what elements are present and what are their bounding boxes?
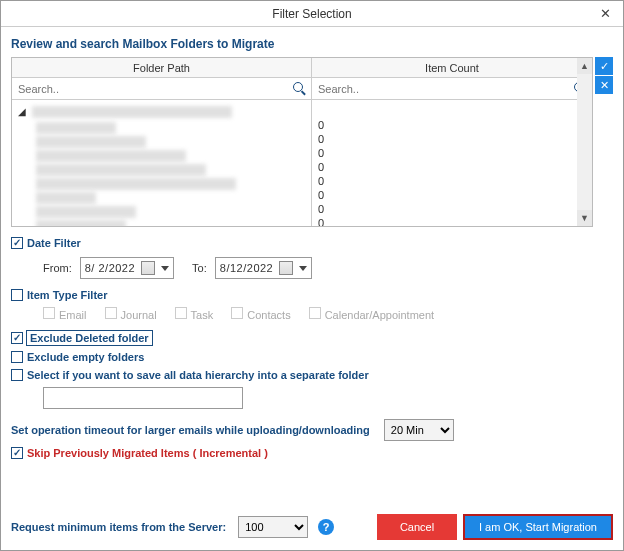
search-folder-cell: [12, 78, 312, 99]
contacts-label: Contacts: [247, 309, 290, 321]
search-folder-input[interactable]: [16, 82, 293, 96]
item-type-filter-checkbox[interactable]: [11, 289, 23, 301]
folder-grid: Folder Path Item Count ◢: [11, 57, 593, 227]
search-count-input[interactable]: [316, 82, 574, 96]
calendar-icon[interactable]: [279, 261, 293, 275]
separate-folder-label: Select if you want to save all data hier…: [27, 369, 369, 381]
count-value: 0: [318, 118, 586, 132]
chevron-down-icon[interactable]: [161, 266, 169, 271]
search-count-cell: [312, 78, 592, 99]
calendar-icon[interactable]: [141, 261, 155, 275]
header-item-count[interactable]: Item Count: [312, 58, 592, 77]
exclude-empty-label: Exclude empty folders: [27, 351, 144, 363]
scroll-up-icon[interactable]: ▲: [577, 58, 592, 74]
header-folder-path[interactable]: Folder Path: [12, 58, 312, 77]
count-value: 0: [318, 146, 586, 160]
help-icon[interactable]: ?: [318, 519, 334, 535]
to-date-field[interactable]: 8/12/2022: [215, 257, 312, 279]
date-filter-label: Date Filter: [27, 237, 81, 249]
from-label: From:: [43, 262, 72, 274]
timeout-label: Set operation timeout for larger emails …: [11, 424, 370, 436]
count-value: 0: [318, 188, 586, 202]
separate-folder-checkbox[interactable]: [11, 369, 23, 381]
contacts-checkbox: [231, 307, 243, 319]
separate-folder-input[interactable]: [43, 387, 243, 409]
task-label: Task: [191, 309, 214, 321]
count-value: 0: [318, 132, 586, 146]
journal-label: Journal: [121, 309, 157, 321]
cancel-button[interactable]: Cancel: [377, 514, 457, 540]
tree-collapse-icon[interactable]: ◢: [18, 106, 26, 117]
titlebar: Filter Selection ✕: [1, 1, 623, 27]
select-all-button[interactable]: ✓: [595, 57, 613, 75]
count-value: 0: [318, 160, 586, 174]
exclude-deleted-checkbox[interactable]: [11, 332, 23, 344]
count-value: 0: [318, 174, 586, 188]
email-checkbox: [43, 307, 55, 319]
window-title: Filter Selection: [272, 7, 351, 21]
skip-previous-checkbox[interactable]: [11, 447, 23, 459]
grid-scrollbar[interactable]: ▲ ▼: [577, 57, 593, 227]
exclude-empty-checkbox[interactable]: [11, 351, 23, 363]
count-value: 0: [318, 202, 586, 216]
date-filter-checkbox[interactable]: [11, 237, 23, 249]
journal-checkbox: [105, 307, 117, 319]
filter-selection-dialog: Filter Selection ✕ Review and search Mai…: [0, 0, 624, 551]
request-min-label: Request minimum items from the Server:: [11, 521, 226, 533]
from-date-value: 8/ 2/2022: [85, 262, 135, 274]
timeout-select[interactable]: 20 Min: [384, 419, 454, 441]
calendar-label: Calendar/Appointment: [325, 309, 434, 321]
scroll-down-icon[interactable]: ▼: [577, 210, 592, 226]
skip-previous-label: Skip Previously Migrated Items ( Increme…: [27, 447, 268, 459]
page-subtitle: Review and search Mailbox Folders to Mig…: [11, 37, 613, 51]
chevron-down-icon[interactable]: [299, 266, 307, 271]
folder-tree[interactable]: ◢: [12, 100, 312, 226]
email-label: Email: [59, 309, 87, 321]
item-count-column: 0 0 0 0 0 0 0 0 11: [312, 100, 592, 226]
search-icon[interactable]: [293, 82, 307, 96]
start-migration-button[interactable]: I am OK, Start Migration: [463, 514, 613, 540]
deselect-all-button[interactable]: ✕: [595, 76, 613, 94]
close-icon[interactable]: ✕: [595, 3, 615, 23]
to-date-value: 8/12/2022: [220, 262, 273, 274]
exclude-deleted-label: Exclude Deleted folder: [27, 331, 152, 345]
item-type-filter-label: Item Type Filter: [27, 289, 107, 301]
calendar-checkbox: [309, 307, 321, 319]
to-label: To:: [192, 262, 207, 274]
request-min-select[interactable]: 100: [238, 516, 308, 538]
count-value: 0: [318, 216, 586, 226]
task-checkbox: [175, 307, 187, 319]
from-date-field[interactable]: 8/ 2/2022: [80, 257, 174, 279]
grid-header: Folder Path Item Count: [12, 58, 592, 78]
